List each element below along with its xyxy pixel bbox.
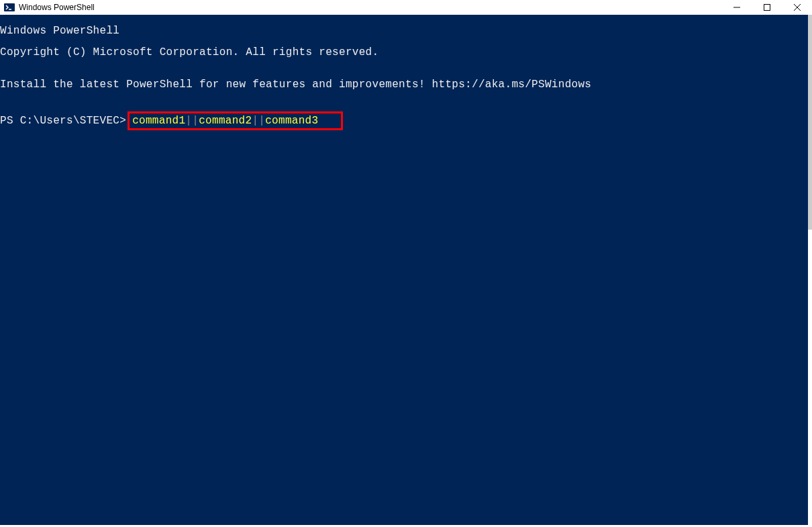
svg-rect-3 (764, 5, 770, 11)
prompt-line: PS C:\Users\STEVEC>command1||command2||c… (0, 111, 808, 130)
window-controls (721, 0, 812, 15)
minimize-button[interactable] (721, 0, 752, 15)
powershell-icon (4, 2, 15, 13)
close-button[interactable] (782, 0, 812, 15)
svg-rect-0 (4, 3, 15, 11)
pipe-operator: || (252, 115, 265, 126)
pipe-operator: || (185, 115, 199, 126)
terminal-line: Install the latest PowerShell for new fe… (0, 79, 808, 90)
command-text: command2 (199, 115, 252, 126)
command-highlight: command1||command2||command3 (128, 111, 343, 130)
terminal-line: Copyright (C) Microsoft Corporation. All… (0, 47, 808, 58)
terminal-container: Windows PowerShell Copyright (C) Microso… (0, 15, 812, 527)
maximize-button[interactable] (752, 0, 782, 15)
window-title: Windows PowerShell (19, 3, 721, 12)
scrollbar-thumb[interactable] (808, 15, 812, 230)
prompt: PS C:\Users\STEVEC> (0, 115, 126, 126)
command-text: command1 (132, 115, 185, 126)
command-text: command3 (265, 115, 318, 126)
terminal[interactable]: Windows PowerShell Copyright (C) Microso… (0, 15, 808, 525)
terminal-line: Windows PowerShell (0, 26, 808, 36)
titlebar: Windows PowerShell (0, 0, 812, 15)
scrollbar[interactable] (808, 15, 812, 527)
